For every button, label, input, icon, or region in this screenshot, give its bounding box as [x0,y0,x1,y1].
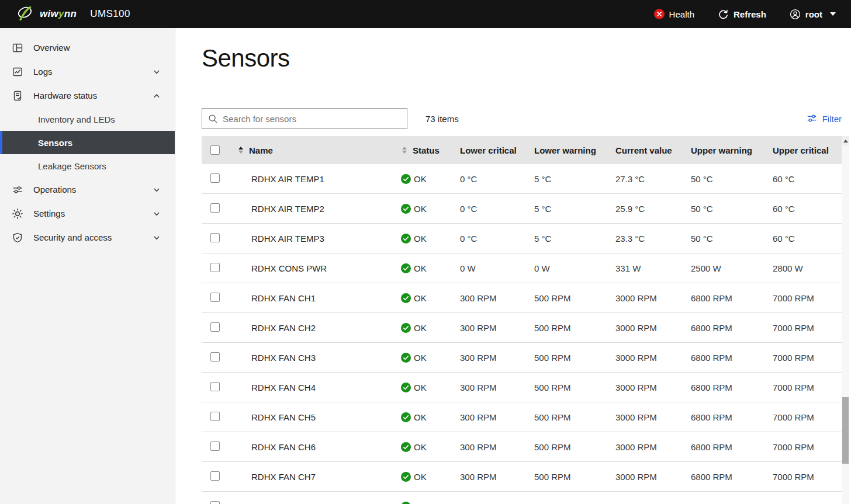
upper-warning-value: 6800 RPM [691,412,773,422]
logs-icon [12,66,23,78]
sidebar: Overview Logs Hardware status [0,28,175,504]
upper-warning-value: 50 °C [691,234,773,244]
sidebar-item-operations[interactable]: Operations [0,178,175,201]
row-checkbox[interactable] [210,501,220,504]
health-label: Health [669,9,694,19]
status-ok-icon [401,472,411,482]
sensor-name: RDHX FAN CH3 [238,353,401,363]
table-row[interactable]: RDHX FAN CH1 OK 300 RPM 500 RPM 3000 RPM… [202,283,842,313]
sidebar-item-logs[interactable]: Logs [0,60,175,84]
sidebar-item-sensors[interactable]: Sensors [0,131,175,154]
row-checkbox[interactable] [210,352,220,362]
upper-warning-value: 6800 RPM [691,502,773,504]
upper-warning-value: 6800 RPM [691,472,773,482]
upper-critical-value: 7000 RPM [773,472,842,482]
table-row[interactable]: RDHX FAN CH5 OK 300 RPM 500 RPM 3000 RPM… [202,402,842,432]
current-value: 27.3 °C [615,174,691,184]
scrollbar-thumb[interactable] [842,397,849,464]
sensor-status: OK [401,353,460,363]
sidebar-item-label: Operations [33,185,153,194]
row-checkbox[interactable] [210,382,220,391]
shield-check-icon [12,232,23,244]
table-row[interactable]: RDHX AIR TEMP3 OK 0 °C 5 °C 23.3 °C 50 °… [202,224,842,253]
row-checkbox[interactable] [210,322,220,332]
row-checkbox[interactable] [210,233,220,242]
select-all-checkbox[interactable] [210,145,220,155]
sensor-status: OK [401,234,460,244]
sidebar-item-overview[interactable]: Overview [0,36,175,60]
scroll-up-button[interactable] [842,136,849,146]
table-row[interactable]: RDHX CONS PWR OK 0 W 0 W 331 W 2500 W 28… [202,253,842,283]
sensor-status: OK [401,263,460,273]
sidebar-item-settings[interactable]: Settings [0,201,175,225]
column-header-upper-critical[interactable]: Upper critical [773,145,842,155]
sensor-status: OK [401,383,460,392]
sidebar-item-hardware-status[interactable]: Hardware status [0,84,175,107]
sensor-name: RDHX FAN CH7 [238,472,401,482]
upper-critical-value: 7000 RPM [773,323,842,333]
column-header-upper-warning[interactable]: Upper warning [691,145,773,155]
table-row[interactable]: RDHX FAN CH4 OK 300 RPM 500 RPM 3000 RPM… [202,373,842,402]
upper-critical-value: 7000 RPM [773,442,842,452]
health-button[interactable]: Health [654,9,694,19]
sensor-status: OK [401,323,460,333]
sensor-name: RDHX FAN CH5 [238,412,401,422]
row-checkbox[interactable] [210,442,220,451]
lower-warning-value: 500 RPM [534,323,615,333]
status-label: OK [414,502,427,504]
wiwynn-logo-icon [15,5,34,24]
current-value: 3000 RPM [615,323,691,333]
operations-icon [12,184,23,196]
column-header-lower-warning[interactable]: Lower warning [534,145,615,155]
sidebar-item-inventory-and-leds[interactable]: Inventory and LEDs [0,107,175,131]
status-ok-icon [401,263,411,273]
status-label: OK [414,174,427,184]
status-label: OK [414,353,427,363]
table-row[interactable]: RDHX FAN CH8 OK 300 RPM 500 RPM 3000 RPM… [202,492,842,504]
lower-critical-value: 300 RPM [460,472,534,482]
sidebar-item-label: Inventory and LEDs [38,114,115,124]
row-checkbox[interactable] [210,203,220,213]
user-label: root [805,9,822,19]
row-checkbox[interactable] [210,293,220,302]
refresh-button[interactable]: Refresh [718,9,766,20]
upper-critical-value: 7000 RPM [773,383,842,392]
filter-button[interactable]: Filter [807,113,842,124]
sensor-status: OK [401,174,460,184]
vertical-scrollbar[interactable] [842,136,849,504]
sidebar-item-security-and-access[interactable]: Security and access [0,225,175,249]
lower-warning-value: 500 RPM [534,353,615,363]
sensors-table: Name Status Lower critical Lower warning… [202,136,842,504]
table-row[interactable]: RDHX FAN CH2 OK 300 RPM 500 RPM 3000 RPM… [202,313,842,343]
row-checkbox[interactable] [210,412,220,421]
table-row[interactable]: RDHX FAN CH3 OK 300 RPM 500 RPM 3000 RPM… [202,343,842,373]
product-name: UMS100 [90,8,130,20]
column-header-lower-critical[interactable]: Lower critical [460,145,534,155]
column-header-current-value[interactable]: Current value [615,145,691,155]
lower-warning-value: 500 RPM [534,442,615,452]
table-row[interactable]: RDHX AIR TEMP2 OK 0 °C 5 °C 25.9 °C 50 °… [202,194,842,224]
table-toolbar: 73 items Filter [202,108,842,129]
search-input[interactable] [223,114,401,124]
search-box [202,108,407,129]
status-ok-icon [401,412,411,422]
sidebar-item-label: Security and access [33,232,153,242]
column-header-name[interactable]: Name [238,145,401,155]
status-ok-icon [401,234,411,244]
row-checkbox[interactable] [210,471,220,481]
lower-warning-value: 500 RPM [534,293,615,303]
row-checkbox[interactable] [210,263,220,272]
sidebar-item-leakage-sensors[interactable]: Leakage Sensors [0,154,175,178]
upper-critical-value: 2800 W [773,263,842,273]
sensor-name: RDHX FAN CH2 [238,323,401,333]
table-row[interactable]: RDHX FAN CH6 OK 300 RPM 500 RPM 3000 RPM… [202,432,842,462]
column-header-status[interactable]: Status [401,145,460,155]
lower-critical-value: 300 RPM [460,353,534,363]
user-menu[interactable]: root [790,9,836,20]
gear-icon [12,208,23,220]
table-row[interactable]: RDHX FAN CH7 OK 300 RPM 500 RPM 3000 RPM… [202,462,842,492]
table-row[interactable]: RDHX AIR TEMP1 OK 0 °C 5 °C 27.3 °C 50 °… [202,164,842,194]
refresh-label: Refresh [734,9,766,19]
row-checkbox[interactable] [210,173,220,183]
page-title: Sensors [202,44,851,72]
